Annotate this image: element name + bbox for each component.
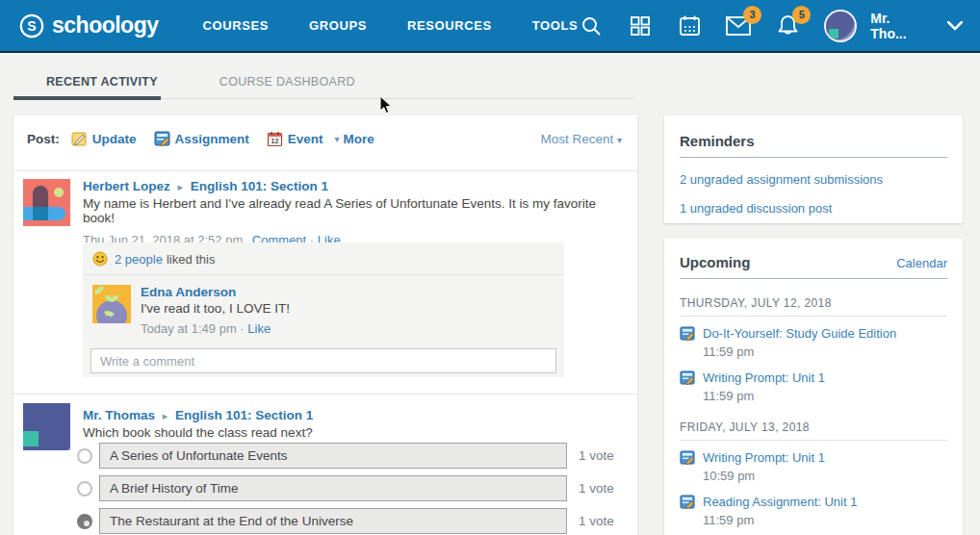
breadcrumb-arrow-icon: ▸ xyxy=(159,410,172,421)
post-more-button[interactable]: ▾ More xyxy=(335,132,374,146)
assignment-icon xyxy=(680,370,695,403)
active-tab-indicator xyxy=(13,96,161,100)
assignment-icon xyxy=(680,495,695,527)
event-icon: 12 xyxy=(267,131,283,147)
reminders-title: Reminders xyxy=(680,133,947,149)
post-assignment-button[interactable]: Assignment xyxy=(154,131,249,147)
poll-option-row: A Series of Unfortunate Events 1 vote xyxy=(77,443,614,469)
upcoming-event: Writing Prompt: Unit 1 11:59 pm xyxy=(680,370,947,403)
comment-like-action[interactable]: Like xyxy=(247,321,271,336)
date-divider xyxy=(680,440,947,441)
event-link[interactable]: Reading Assignment: Unit 1 xyxy=(703,495,857,509)
search-icon[interactable] xyxy=(578,12,604,40)
upcoming-divider xyxy=(680,278,947,279)
feed-tabs: RECENT ACTIVITY COURSE DASHBOARD xyxy=(13,75,388,89)
assignment-icon xyxy=(680,450,695,483)
ungraded-assignments-link[interactable]: 2 ungraded assignment submissions xyxy=(680,172,947,187)
poll-question: Which book should the class read next? xyxy=(83,425,622,440)
post-author-link[interactable]: Herbert Lopez xyxy=(83,179,170,193)
user-avatar[interactable] xyxy=(824,10,857,42)
activity-feed-card: Post: Update Assignment 12 Event ▾ More … xyxy=(13,115,637,535)
likes-summary: 2 people liked this xyxy=(83,242,564,275)
schoology-logo-icon: S xyxy=(19,13,44,38)
post-author-avatar[interactable] xyxy=(23,179,70,226)
top-navbar: S schoology COURSES GROUPS RESOURCES TOO… xyxy=(0,0,980,53)
upcoming-card: Upcoming Calendar THURSDAY, JULY 12, 201… xyxy=(664,239,963,535)
poll-radio[interactable] xyxy=(77,448,92,464)
tab-course-dashboard[interactable]: COURSE DASHBOARD xyxy=(191,75,388,89)
user-menu-name[interactable]: Mr. Tho... xyxy=(870,11,924,41)
smiley-icon xyxy=(92,251,108,267)
upcoming-event: Do-It-Yourself: Study Guide Edition 11:5… xyxy=(680,326,947,359)
nav-groups[interactable]: GROUPS xyxy=(309,18,367,33)
post-composer: Post: Update Assignment 12 Event ▾ More xyxy=(27,131,374,147)
comment-author-link[interactable]: Edna Anderson xyxy=(141,285,554,299)
upcoming-event: Writing Prompt: Unit 1 10:59 pm xyxy=(680,450,947,483)
post: Mr. Thomas ▸ English 101: Section 1 Whic… xyxy=(83,408,622,440)
event-link[interactable]: Do-It-Yourself: Study Guide Edition xyxy=(703,326,896,341)
nav-courses[interactable]: COURSES xyxy=(203,18,270,33)
event-time: 10:59 pm xyxy=(703,469,825,483)
update-icon xyxy=(71,131,88,147)
poll-option-bar[interactable]: A Brief History of Time xyxy=(99,475,567,501)
post-body: My name is Herbert and I've already read… xyxy=(83,196,622,225)
reminders-card: Reminders 2 ungraded assignment submissi… xyxy=(664,115,963,223)
post-label: Post: xyxy=(27,132,60,146)
poll-vote-count: 1 vote xyxy=(579,448,614,463)
upcoming-title: Upcoming xyxy=(680,254,750,270)
post-author-avatar[interactable] xyxy=(23,403,70,450)
poll-option-bar[interactable]: The Restaurant at the End of the Univers… xyxy=(99,508,567,534)
svg-text:S: S xyxy=(27,18,36,34)
poll-radio[interactable] xyxy=(77,481,92,497)
brand-name: schoology xyxy=(52,13,159,38)
ungraded-discussion-link[interactable]: 1 ungraded discussion post xyxy=(680,201,947,216)
poll-vote-count: 1 vote xyxy=(579,481,614,496)
composer-divider xyxy=(13,170,637,171)
messages-icon[interactable]: 3 xyxy=(726,12,752,40)
upcoming-date: FRIDAY, JULY 13, 2018 xyxy=(680,420,947,434)
write-comment-input[interactable] xyxy=(90,348,556,373)
post: Herbert Lopez ▸ English 101: Section 1 M… xyxy=(83,179,622,247)
schoology-logo[interactable]: S schoology xyxy=(19,13,159,38)
event-time: 11:59 pm xyxy=(703,513,857,527)
post-header: Mr. Thomas ▸ English 101: Section 1 xyxy=(83,408,622,422)
notifications-icon[interactable]: 5 xyxy=(775,12,801,40)
poll-vote-count: 1 vote xyxy=(579,514,614,528)
comments-section: 2 people liked this Edna Anderson I've r… xyxy=(83,242,564,377)
poll-option-row: The Restaurant at the End of the Univers… xyxy=(77,508,614,534)
event-time: 11:59 pm xyxy=(703,389,825,403)
poll-radio-selected[interactable] xyxy=(77,514,92,529)
nav-resources[interactable]: RESOURCES xyxy=(407,18,492,33)
comment-author-avatar[interactable] xyxy=(92,285,131,323)
post-author-link[interactable]: Mr. Thomas xyxy=(83,408,155,422)
user-menu-chevron-down-icon[interactable] xyxy=(947,21,963,31)
post-divider xyxy=(13,394,637,395)
upcoming-event: Reading Assignment: Unit 1 11:59 pm xyxy=(680,495,947,527)
calendar-icon[interactable] xyxy=(677,12,703,40)
primary-nav: COURSES GROUPS RESOURCES TOOLS xyxy=(203,18,579,33)
comment-meta: Today at 1:49 pm · Like xyxy=(141,321,554,336)
reminders-divider xyxy=(680,157,947,158)
post-update-button[interactable]: Update xyxy=(71,131,137,147)
sort-dropdown[interactable]: Most Recent ▾ xyxy=(540,132,622,146)
app-grid-icon[interactable] xyxy=(627,12,653,40)
post-course-link[interactable]: English 101: Section 1 xyxy=(175,408,313,422)
tab-recent-activity[interactable]: RECENT ACTIVITY xyxy=(13,75,191,89)
post-course-link[interactable]: English 101: Section 1 xyxy=(191,179,328,193)
calendar-link[interactable]: Calendar xyxy=(896,256,947,270)
more-caret-down-icon: ▾ xyxy=(335,134,340,144)
poll-option-row: A Brief History of Time 1 vote xyxy=(77,475,614,501)
event-link[interactable]: Writing Prompt: Unit 1 xyxy=(703,450,825,465)
event-time: 11:59 pm xyxy=(703,344,896,359)
post-event-button[interactable]: 12 Event xyxy=(267,131,323,147)
nav-tools[interactable]: TOOLS xyxy=(532,18,579,33)
event-link[interactable]: Writing Prompt: Unit 1 xyxy=(703,370,825,385)
comment-timestamp: Today at 1:49 pm xyxy=(141,321,237,336)
date-divider xyxy=(680,316,947,317)
comment-body: I've read it too, I LOVE IT! xyxy=(141,301,554,316)
post-header: Herbert Lopez ▸ English 101: Section 1 xyxy=(83,179,622,193)
liked-by-link[interactable]: 2 people xyxy=(115,252,163,267)
poll-option-bar[interactable]: A Series of Unfortunate Events xyxy=(99,443,567,469)
liked-suffix: liked this xyxy=(167,252,216,267)
svg-text:12: 12 xyxy=(271,138,278,144)
